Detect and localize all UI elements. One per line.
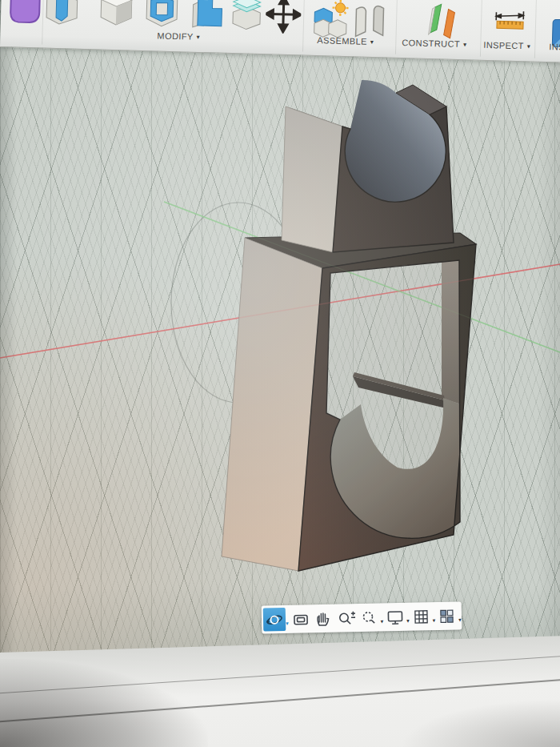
group-separator <box>395 0 398 54</box>
viewports-dropdown-caret[interactable]: ▾ <box>458 616 462 623</box>
chevron-down-icon: ▾ <box>197 33 201 40</box>
view-navigation-bar: ▾ ▾ <box>262 601 462 633</box>
chevron-down-icon: ▾ <box>463 41 467 48</box>
menu-modify-label: MODIFY <box>157 30 194 41</box>
fit-button[interactable] <box>358 606 381 630</box>
zoom-button[interactable] <box>334 606 358 630</box>
menu-assemble-label: ASSEMBLE <box>317 35 367 46</box>
press-pull-icon[interactable] <box>43 0 81 30</box>
pan-icon <box>313 609 332 627</box>
menu-inspect-label: INSPECT <box>483 40 524 50</box>
split-body-icon[interactable] <box>230 0 263 35</box>
fillet-icon[interactable] <box>6 0 43 28</box>
model-canvas[interactable] <box>0 0 560 665</box>
menu-assemble[interactable]: ASSEMBLE ▾ <box>317 35 374 46</box>
group-separator <box>302 0 306 52</box>
display-settings-button[interactable] <box>384 605 407 629</box>
fit-dropdown-caret[interactable]: ▾ <box>381 618 384 625</box>
pan-button[interactable] <box>311 607 334 631</box>
construct-plane-icon[interactable] <box>427 2 457 43</box>
group-separator <box>534 0 538 58</box>
chevron-down-icon: ▾ <box>370 38 374 45</box>
model-saddle <box>282 80 454 252</box>
combine-icon[interactable] <box>142 0 182 33</box>
menu-construct[interactable]: CONSTRUCT ▾ <box>402 38 466 49</box>
model-body <box>222 233 476 571</box>
screen-photo: MODIFY ▾ ASSEMBLE ▾ CONSTRUCT ▾ INSPECT … <box>0 0 560 747</box>
measure-icon[interactable] <box>493 10 526 42</box>
move-copy-icon[interactable] <box>266 0 302 37</box>
viewports-button[interactable] <box>436 604 459 628</box>
menu-insert-partial[interactable]: INS <box>549 42 560 52</box>
model[interactable] <box>222 80 476 571</box>
fit-icon <box>359 608 378 626</box>
viewports-icon <box>438 607 457 625</box>
offset-face-icon[interactable] <box>190 0 227 34</box>
grid-dropdown-caret[interactable]: ▾ <box>433 617 436 624</box>
group-separator <box>480 0 483 57</box>
screen-bezel <box>0 635 560 747</box>
shell-icon[interactable] <box>96 0 137 32</box>
look-at-icon <box>290 610 310 628</box>
grid-settings-icon <box>411 608 430 625</box>
display-dropdown-caret[interactable]: ▾ <box>406 617 410 624</box>
display-settings-icon <box>386 608 405 625</box>
grid-settings-button[interactable] <box>410 604 433 629</box>
menu-construct-label: CONSTRUCT <box>402 38 460 49</box>
menu-inspect[interactable]: INSPECT ▾ <box>483 40 530 51</box>
menu-insert-label: INS <box>549 42 560 52</box>
orbit-button[interactable] <box>263 608 286 632</box>
orbit-icon <box>265 611 284 629</box>
chevron-down-icon: ▾ <box>527 42 531 50</box>
menu-modify[interactable]: MODIFY ▾ <box>157 30 200 41</box>
look-at-button[interactable] <box>289 607 312 631</box>
zoom-icon <box>335 609 356 628</box>
orbit-dropdown-caret[interactable]: ▾ <box>286 620 289 626</box>
